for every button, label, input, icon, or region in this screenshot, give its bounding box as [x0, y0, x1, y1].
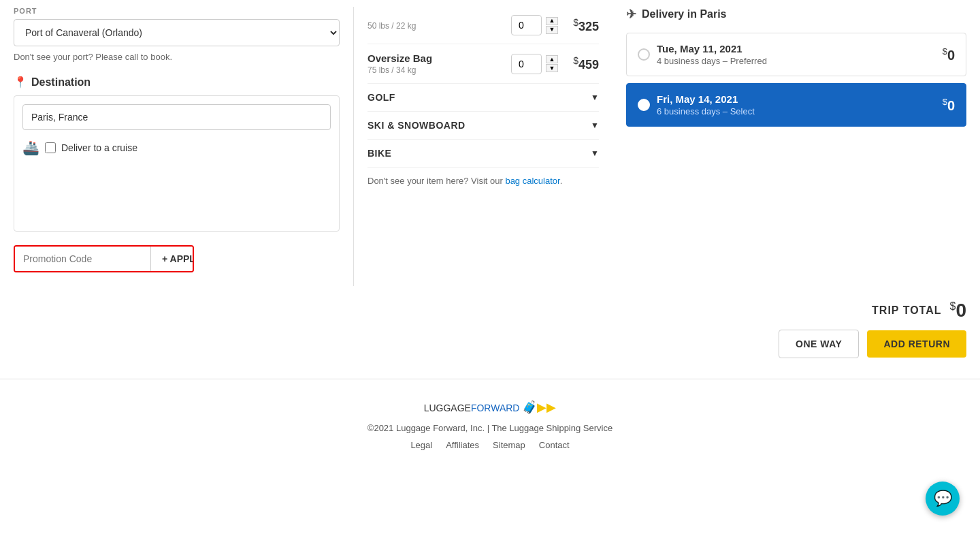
qty-up-standard[interactable]: ▲	[546, 17, 558, 25]
footer-link-affiliates[interactable]: Affiliates	[446, 440, 479, 450]
footer-link-contact[interactable]: Contact	[539, 440, 570, 450]
delivery-option-tue[interactable]: Tue, May 11, 2021 4 business days – Pref…	[626, 33, 966, 76]
bag-qty-oversize[interactable]	[511, 54, 542, 74]
footer-copyright: ©2021 Luggage Forward, Inc. | The Luggag…	[14, 423, 966, 433]
qty-down-standard[interactable]: ▼	[546, 26, 558, 34]
qty-down-oversize[interactable]: ▼	[546, 64, 558, 72]
promo-section: + APPLY	[14, 245, 340, 272]
port-help-text: Don't see your port? Please call to book…	[14, 52, 340, 62]
delivery-header: ✈ Delivery in Paris	[626, 7, 966, 22]
buttons-row: ONE WAY ADD RETURN	[0, 330, 980, 379]
bag-item-standard: 50 lbs / 22 kg ▲ ▼ $325	[368, 7, 599, 44]
bag-weight-oversize: 75 lbs / 34 kg	[368, 65, 511, 75]
bag-qty-standard[interactable]	[511, 15, 542, 35]
bag-note: Don't see your item here? Visit our bag …	[368, 168, 599, 194]
footer-links: Legal Affiliates Sitemap Contact	[14, 440, 966, 450]
delivery-date-fri: Fri, May 14, 2021	[657, 93, 755, 105]
cruise-checkbox[interactable]	[45, 142, 56, 153]
logo-forward-text: FORWARD	[471, 403, 520, 413]
bike-chevron: ▼	[591, 148, 599, 158]
ski-chevron: ▼	[591, 121, 599, 130]
qty-up-oversize[interactable]: ▲	[546, 55, 558, 63]
port-select[interactable]: Port of Canaveral (Orlando) Port of Miam…	[14, 19, 340, 46]
add-return-button[interactable]: ADD RETURN	[867, 330, 966, 358]
golf-row[interactable]: GOLF ▼	[368, 84, 599, 112]
trip-total-row: TRIP TOTAL $0	[0, 286, 980, 330]
delivery-heading: Delivery in Paris	[642, 8, 727, 20]
promo-input[interactable]	[15, 247, 150, 271]
delivery-date-tue: Tue, May 11, 2021	[657, 43, 767, 54]
delivery-radio-fri	[638, 99, 650, 111]
ski-row[interactable]: SKI & SNOWBOARD ▼	[368, 112, 599, 140]
bag-calculator-link[interactable]: bag calculator	[505, 176, 559, 186]
bag-price-standard: $325	[558, 17, 599, 34]
ski-label: SKI & SNOWBOARD	[368, 120, 466, 131]
promo-wrapper: + APPLY	[14, 245, 194, 272]
delivery-option-fri[interactable]: Fri, May 14, 2021 6 business days – Sele…	[626, 83, 966, 127]
one-way-button[interactable]: ONE WAY	[779, 330, 859, 358]
chat-icon: 💬	[934, 490, 952, 507]
cruise-icon: 🚢	[22, 140, 39, 156]
logo-luggage-text: LUGGAGE	[424, 403, 471, 413]
golf-label: GOLF	[368, 92, 395, 103]
bike-label: BIKE	[368, 148, 391, 159]
footer: LUGGAGEFORWARD 🧳▶▶ ©2021 Luggage Forward…	[0, 379, 980, 471]
footer-logo: LUGGAGEFORWARD 🧳▶▶	[14, 400, 966, 415]
delivery-price-tue: $0	[943, 46, 955, 63]
destination-heading: Destination	[31, 76, 91, 89]
footer-link-sitemap[interactable]: Sitemap	[493, 440, 525, 450]
cruise-label: Deliver to a cruise	[61, 142, 137, 153]
delivery-days-fri: 6 business days – Select	[657, 106, 755, 116]
bag-item-oversize: Oversize Bag 75 lbs / 34 kg ▲ ▼ $459	[368, 44, 599, 84]
port-label: PORT	[14, 7, 340, 15]
destination-icon: 📍	[14, 76, 27, 89]
delivery-days-tue: 4 business days – Preferred	[657, 56, 767, 66]
trip-total-price: $0	[950, 300, 966, 321]
bag-price-oversize: $459	[558, 55, 599, 72]
footer-link-legal[interactable]: Legal	[410, 440, 432, 450]
trip-total-label: TRIP TOTAL	[872, 304, 941, 317]
bike-row[interactable]: BIKE ▼	[368, 140, 599, 168]
golf-chevron: ▼	[591, 93, 599, 102]
delivery-price-fri: $0	[943, 97, 955, 114]
delivery-icon: ✈	[626, 7, 636, 22]
destination-input[interactable]	[22, 104, 331, 130]
promo-apply-button[interactable]: + APPLY	[150, 247, 194, 271]
delivery-radio-tue	[638, 48, 650, 61]
bag-weight-standard: 50 lbs / 22 kg	[368, 21, 511, 31]
bag-name-oversize: Oversize Bag	[368, 52, 511, 64]
chat-button[interactable]: 💬	[926, 482, 960, 516]
logo-icon: 🧳▶▶	[522, 400, 556, 414]
